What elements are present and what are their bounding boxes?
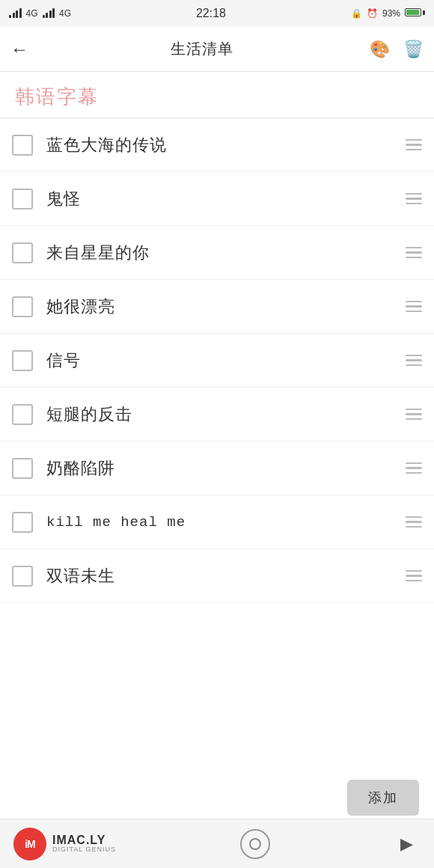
- network-type-1: 4G: [26, 8, 38, 19]
- network-type-2: 4G: [59, 8, 71, 19]
- item-checkbox-4[interactable]: [12, 296, 33, 317]
- bottom-logo: iM IMAC.LY DIGITAL GENIUS: [13, 828, 116, 861]
- logo-text-block: IMAC.LY DIGITAL GENIUS: [52, 834, 116, 854]
- brand-name: IMAC.LY: [52, 834, 116, 847]
- item-label-6: 短腿的反击: [46, 403, 398, 426]
- item-checkbox-8[interactable]: [12, 512, 33, 533]
- item-checkbox-6[interactable]: [12, 404, 33, 425]
- item-checkbox-7[interactable]: [12, 458, 33, 479]
- list-item: 她很漂亮: [0, 280, 434, 334]
- item-label-2: 鬼怪: [46, 188, 398, 210]
- drag-handle-9[interactable]: [398, 570, 422, 582]
- item-label-5: 信号: [46, 349, 398, 372]
- item-checkbox-1[interactable]: [12, 135, 33, 156]
- item-label-7: 奶酪陷阱: [46, 457, 398, 480]
- item-label-3: 来自星星的你: [46, 242, 398, 264]
- list-item: 鬼怪: [0, 172, 434, 226]
- toolbar-actions: 🎨 🗑️: [370, 40, 424, 59]
- drag-handle-6[interactable]: [398, 409, 422, 421]
- add-button[interactable]: 添加: [347, 780, 419, 816]
- item-label-4: 她很漂亮: [46, 296, 398, 318]
- list-item: 双语未生: [0, 549, 434, 603]
- drag-handle-5[interactable]: [398, 355, 422, 367]
- list-items: 蓝色大海的传说鬼怪来自星星的你她很漂亮信号短腿的反击奶酪陷阱kill me he…: [0, 118, 434, 868]
- drag-handle-8[interactable]: [398, 516, 422, 528]
- list-title-input[interactable]: [15, 85, 419, 109]
- alarm-icon: ⏰: [367, 8, 378, 19]
- home-button[interactable]: [240, 829, 270, 859]
- bottom-nav: iM IMAC.LY DIGITAL GENIUS ▶: [0, 819, 434, 868]
- item-checkbox-5[interactable]: [12, 350, 33, 371]
- status-network: 4G 4G: [9, 7, 71, 20]
- status-right: 🔒 ⏰ 93%: [351, 8, 425, 19]
- list-header: [0, 72, 434, 118]
- list-item: 奶酪陷阱: [0, 441, 434, 495]
- status-bar: 4G 4G 22:18 🔒 ⏰ 93%: [0, 0, 434, 27]
- battery-icon: [405, 8, 425, 19]
- item-label-9: 双语未生: [46, 565, 398, 587]
- lock-icon: 🔒: [351, 8, 362, 19]
- list-item: 蓝色大海的传说: [0, 118, 434, 172]
- battery-percent: 93%: [382, 8, 400, 19]
- drag-handle-4[interactable]: [398, 301, 422, 313]
- item-checkbox-2[interactable]: [12, 189, 33, 210]
- logo-icon: iM: [13, 828, 46, 861]
- page-title: 生活清单: [34, 39, 370, 59]
- list-item: 短腿的反击: [0, 388, 434, 441]
- back-triangle-icon: ▶: [400, 834, 413, 854]
- back-button[interactable]: ←: [10, 36, 34, 63]
- palette-button[interactable]: 🎨: [370, 40, 390, 59]
- list-item: kill me heal me: [0, 495, 434, 549]
- list-item: 信号: [0, 334, 434, 388]
- drag-handle-3[interactable]: [398, 247, 422, 259]
- drag-handle-2[interactable]: [398, 193, 422, 205]
- drag-handle-1[interactable]: [398, 139, 422, 151]
- list-item: 来自星星的你: [0, 226, 434, 280]
- status-time: 22:18: [196, 7, 226, 20]
- item-label-8: kill me heal me: [46, 514, 398, 531]
- signal-icon-1: [9, 7, 22, 20]
- add-button-row: 添加: [347, 780, 419, 816]
- item-checkbox-3[interactable]: [12, 242, 33, 263]
- circle-icon: [249, 838, 261, 850]
- nav-back-button[interactable]: ▶: [394, 831, 421, 858]
- toolbar: ← 生活清单 🎨 🗑️: [0, 27, 434, 72]
- item-checkbox-9[interactable]: [12, 566, 33, 587]
- delete-button[interactable]: 🗑️: [403, 40, 424, 59]
- item-label-1: 蓝色大海的传说: [46, 134, 398, 156]
- drag-handle-7[interactable]: [398, 462, 422, 474]
- signal-icon-2: [43, 7, 55, 20]
- brand-tagline: DIGITAL GENIUS: [52, 846, 116, 854]
